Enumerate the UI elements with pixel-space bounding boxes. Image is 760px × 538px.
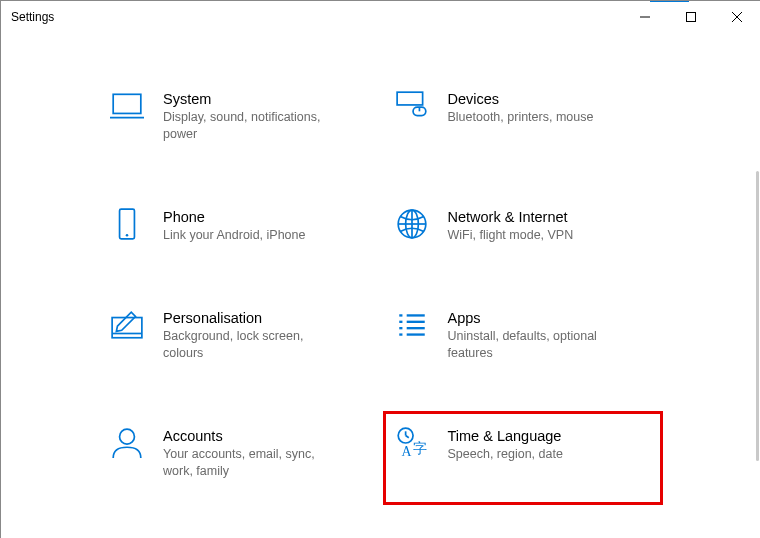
svg-point-14: [126, 234, 129, 237]
svg-point-29: [120, 429, 135, 444]
tile-devices[interactable]: Devices Bluetooth, printers, mouse: [386, 83, 661, 149]
phone-icon: [109, 207, 145, 243]
tile-label: Devices: [448, 89, 653, 109]
tile-apps[interactable]: Apps Uninstall, defaults, optional featu…: [386, 302, 661, 368]
tile-personalisation[interactable]: Personalisation Background, lock screen,…: [101, 302, 376, 368]
tile-label: Personalisation: [163, 308, 368, 328]
tile-desc: Your accounts, email, sync, work, family: [163, 446, 333, 480]
tile-desc: Link your Android, iPhone: [163, 227, 333, 244]
minimize-button[interactable]: [622, 1, 668, 33]
scrollbar[interactable]: [756, 171, 759, 461]
tile-desc: Background, lock screen, colours: [163, 328, 333, 362]
svg-text:字: 字: [413, 441, 427, 456]
window-title: Settings: [11, 10, 54, 24]
tile-accounts[interactable]: Accounts Your accounts, email, sync, wor…: [101, 420, 376, 486]
svg-text:A: A: [401, 444, 411, 459]
system-icon: [109, 89, 145, 125]
paintbrush-icon: [109, 308, 145, 344]
svg-rect-4: [113, 94, 141, 113]
settings-content: System Display, sound, notifications, po…: [1, 33, 760, 538]
tile-label: Phone: [163, 207, 368, 227]
apps-list-icon: [394, 308, 430, 344]
time-language-icon: A 字: [394, 426, 430, 462]
tile-system[interactable]: System Display, sound, notifications, po…: [101, 83, 376, 149]
settings-grid: System Display, sound, notifications, po…: [101, 83, 660, 538]
tile-label: Time & Language: [448, 426, 653, 446]
tile-desc: WiFi, flight mode, VPN: [448, 227, 618, 244]
close-button[interactable]: [714, 1, 760, 33]
tile-desc: Speech, region, date: [448, 446, 618, 463]
svg-rect-6: [397, 92, 423, 105]
tile-desc: Uninstall, defaults, optional features: [448, 328, 618, 362]
tile-phone[interactable]: Phone Link your Android, iPhone: [101, 201, 376, 250]
svg-rect-1: [687, 13, 696, 22]
titlebar: Settings: [1, 1, 760, 33]
tile-label: System: [163, 89, 368, 109]
svg-line-32: [405, 436, 408, 438]
tile-desc: Bluetooth, printers, mouse: [448, 109, 618, 126]
tile-label: Network & Internet: [448, 207, 653, 227]
accounts-icon: [109, 426, 145, 462]
globe-icon: [394, 207, 430, 243]
tile-time-language[interactable]: A 字 Time & Language Speech, region, date: [386, 414, 661, 502]
window-controls: [622, 1, 760, 33]
tile-desc: Display, sound, notifications, power: [163, 109, 333, 143]
tile-label: Accounts: [163, 426, 368, 446]
tile-label: Apps: [448, 308, 653, 328]
maximize-button[interactable]: [668, 1, 714, 33]
tile-network[interactable]: Network & Internet WiFi, flight mode, VP…: [386, 201, 661, 250]
devices-icon: [394, 89, 430, 125]
